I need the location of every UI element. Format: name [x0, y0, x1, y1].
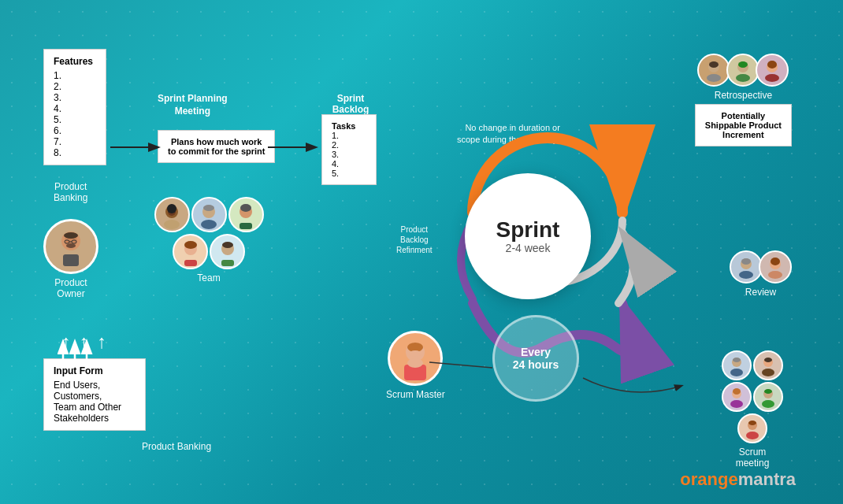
- scrum-meeting-avatar-1: [722, 350, 752, 380]
- team-label: Team: [154, 272, 264, 284]
- svg-point-63: [748, 421, 756, 425]
- svg-point-8: [64, 232, 78, 239]
- scrum-master-avatar: [388, 331, 443, 386]
- product-banking-top: Product Banking: [54, 181, 87, 203]
- retro-avatar-2: [726, 54, 759, 87]
- feature-3: 3.: [54, 92, 96, 103]
- svg-point-34: [407, 358, 423, 368]
- retro-avatar-1: [697, 54, 730, 87]
- arrows-up: ↑ ↑ ↑: [61, 331, 108, 353]
- every-24-line2: 24 hours: [513, 358, 559, 371]
- tasks-title: Tasks: [332, 121, 366, 131]
- sprint-planning-section: Sprint PlanningMeeting: [158, 93, 228, 117]
- svg-point-54: [764, 358, 772, 362]
- svg-rect-13: [63, 254, 79, 266]
- sprint-circle: Sprint 2-4 week: [465, 173, 591, 299]
- features-title: Features: [54, 56, 96, 67]
- team-avatar-3: [228, 197, 264, 232]
- svg-rect-23: [240, 223, 252, 229]
- product-banking-top-label: Product Banking: [54, 181, 87, 203]
- scrum-meeting-avatar-5: [737, 413, 767, 443]
- features-list: 1. 2. 3. 4. 5. 6. 7. 8.: [54, 70, 96, 158]
- svg-point-9: [66, 243, 76, 248]
- input-form-title: Input Form: [54, 365, 136, 376]
- input-form-customers: Customers,: [54, 391, 136, 402]
- svg-point-49: [768, 271, 782, 279]
- review-section: Review: [730, 250, 792, 298]
- svg-point-17: [167, 204, 176, 213]
- task-2: 2.: [332, 140, 366, 150]
- svg-point-58: [730, 400, 743, 408]
- logo: orangemantra: [680, 469, 796, 490]
- team-section: Team: [154, 197, 264, 284]
- svg-point-52: [730, 369, 743, 376]
- sprint-backlog-label: Sprint Backlog: [319, 93, 382, 115]
- team-avatar-2: [191, 197, 227, 232]
- svg-point-16: [164, 220, 180, 229]
- review-avatar-2: [759, 250, 792, 284]
- feature-2: 2.: [54, 81, 96, 92]
- svg-point-36: [709, 61, 719, 68]
- every-24-line1: Every: [521, 346, 551, 358]
- team-avatar-4: [173, 234, 208, 269]
- feature-1: 1.: [54, 70, 96, 81]
- input-form-team: Team and OtherStakeholders: [54, 402, 136, 424]
- scrum-master-section: Scrum Master: [386, 331, 445, 400]
- retrospective-section: Retrospective PotentiallyShippable Produ…: [695, 54, 792, 146]
- sprint-title: Sprint: [496, 218, 560, 243]
- product-owner-section: ProductOwner: [43, 219, 98, 299]
- feature-6: 6.: [54, 125, 96, 136]
- review-label: Review: [730, 287, 792, 298]
- svg-point-61: [762, 400, 774, 408]
- input-form-end-users: End Users,: [54, 380, 136, 391]
- every-24-circle: Every 24 hours: [492, 315, 579, 402]
- svg-point-20: [201, 220, 217, 229]
- feature-4: 4.: [54, 103, 96, 114]
- retrospective-box: PotentiallyShippable ProductIncrement: [695, 104, 792, 146]
- feature-7: 7.: [54, 136, 96, 147]
- feature-5: 5.: [54, 114, 96, 125]
- product-owner-label: ProductOwner: [43, 277, 98, 299]
- retro-avatar-3: [756, 54, 789, 87]
- task-3: 3.: [332, 150, 366, 159]
- scrum-meeting-label: Scrummeeting: [709, 447, 796, 469]
- svg-rect-29: [221, 260, 234, 266]
- team-avatar-1: [154, 197, 190, 232]
- team-avatars: [154, 197, 264, 269]
- scrum-meeting-avatar-3: [722, 382, 752, 412]
- svg-point-43: [765, 74, 779, 82]
- svg-point-48: [771, 258, 780, 265]
- input-form-box: Input Form End Users, Customers, Team an…: [43, 358, 146, 431]
- scrum-master-label: Scrum Master: [386, 389, 445, 400]
- backlog-refinment: ProductBacklogRefinment: [396, 224, 433, 255]
- task-4: 4.: [332, 159, 366, 169]
- planning-box: Plans how much workto commit for the spr…: [158, 130, 275, 163]
- features-box: Features 1. 2. 3. 4. 5. 6. 7. 8.: [43, 49, 106, 165]
- svg-point-40: [736, 74, 750, 82]
- svg-point-42: [767, 61, 777, 69]
- scrum-meeting-section: Scrummeeting: [709, 350, 796, 469]
- svg-point-57: [733, 388, 741, 395]
- retro-avatars: [695, 54, 792, 87]
- svg-point-22: [240, 204, 251, 212]
- task-1: 1.: [332, 131, 366, 140]
- no-change-text: No change in duration orscope during the…: [457, 122, 568, 146]
- svg-point-64: [746, 432, 759, 439]
- task-5: 5.: [332, 169, 366, 178]
- sprint-planning-label: Sprint PlanningMeeting: [158, 93, 228, 117]
- product-banking-bottom: Product Banking: [142, 441, 211, 452]
- svg-point-25: [184, 241, 197, 249]
- backlog-box: Tasks 1. 2. 3. 4. 5.: [321, 114, 377, 185]
- scrum-meeting-avatars: [709, 350, 796, 443]
- review-avatar-1: [730, 250, 763, 284]
- team-avatar-5: [210, 234, 245, 269]
- svg-rect-26: [184, 260, 197, 266]
- product-owner-avatar: [43, 219, 98, 274]
- scrum-meeting-avatar-2: [753, 350, 783, 380]
- svg-point-60: [764, 389, 772, 394]
- sprint-duration: 2-4 week: [506, 242, 551, 254]
- review-avatars: [730, 250, 792, 284]
- svg-point-51: [733, 358, 741, 362]
- svg-point-55: [762, 369, 774, 376]
- svg-point-19: [203, 205, 214, 211]
